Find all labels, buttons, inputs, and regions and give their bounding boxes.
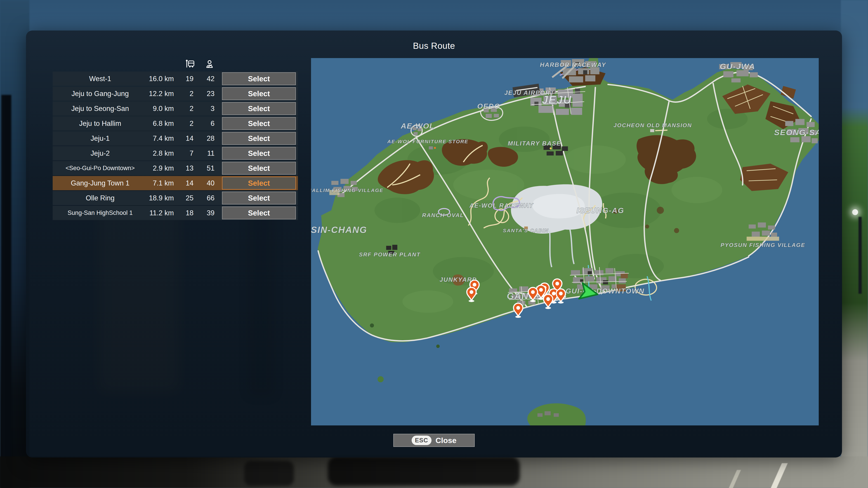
map-label: MILITARY BASE <box>508 140 561 147</box>
islet <box>370 324 374 328</box>
select-route-button[interactable]: Select <box>222 72 296 85</box>
distance: 2.9 km <box>148 164 174 172</box>
buses: 14 <box>174 134 194 142</box>
select-route-button[interactable]: Select <box>222 147 296 160</box>
name: Jeju-2 <box>53 149 148 158</box>
street-scene-right <box>841 0 868 488</box>
street-light-glow <box>852 209 858 215</box>
buses: 2 <box>174 120 194 128</box>
select-route-button[interactable]: Select <box>222 102 296 115</box>
route-row: Jeju-22.8 km711Select <box>53 146 298 160</box>
map-label: SIN-CHANG <box>311 225 367 235</box>
map-label: AE-WOL RACEWAY <box>469 202 533 209</box>
route-row: Gang-Jung Town 17.1 km1440Select <box>53 176 298 190</box>
select-route-button[interactable]: Select <box>222 132 296 145</box>
bus-route-dialog: Bus Route West-116.0 km1942SelectJeju t <box>26 31 842 457</box>
passengers: 28 <box>194 134 215 142</box>
map-label: SEONG-SAN <box>774 128 819 137</box>
select-route-button[interactable]: Select <box>222 162 296 175</box>
vehicle-silhouette <box>328 456 520 486</box>
map-label: GU-JWA <box>720 62 755 71</box>
route-map: HARBOR RACEWAYGU-JWAJEJU AIRPORTJEJUOEDO… <box>311 58 819 425</box>
map-label: PYOSUN FISHING VILLAGE <box>721 242 805 248</box>
esc-key-badge: ESC <box>412 435 432 445</box>
select-route-button[interactable]: Select <box>222 87 296 100</box>
bus-stop-icon <box>185 59 195 69</box>
select-route-button[interactable]: Select <box>222 177 296 190</box>
route-row: Jeju to Gang-Jung12.2 km223Select <box>53 87 298 101</box>
route-row: Jeju-17.4 km1428Select <box>53 131 298 145</box>
select-route-button[interactable]: Select <box>222 206 296 219</box>
crane-silhouette <box>1 95 11 488</box>
select-route-button[interactable]: Select <box>222 117 296 130</box>
name: West-1 <box>53 75 148 83</box>
distance: 7.1 km <box>148 179 174 187</box>
jeju-map: HARBOR RACEWAYGU-JWAJEJU AIRPORTJEJUOEDO… <box>311 58 819 425</box>
passengers: 42 <box>194 75 215 83</box>
map-label: HALLIM FISHING VILLAGE <box>311 188 383 193</box>
shadow-blob <box>244 461 294 486</box>
close-label: Close <box>436 436 457 445</box>
name: Olle Ring <box>53 194 148 202</box>
islet <box>377 376 383 382</box>
select-route-button[interactable]: Select <box>222 192 296 204</box>
passengers: 51 <box>194 164 215 172</box>
buses: 19 <box>174 75 194 83</box>
route-row: Jeju to Seong-San9.0 km23Select <box>53 101 298 116</box>
name: Jeju-1 <box>53 134 148 142</box>
name: Gang-Jung Town 1 <box>53 179 148 187</box>
distance: 11.2 km <box>148 209 174 217</box>
buses: 2 <box>174 90 194 98</box>
passengers: 23 <box>194 90 215 98</box>
distance: 18.9 km <box>148 194 174 202</box>
map-label: RANCH OVAL <box>422 212 464 218</box>
distance: 7.4 km <box>148 134 174 142</box>
passengers: 3 <box>194 105 215 113</box>
buses: 18 <box>174 209 194 217</box>
passengers: 6 <box>194 120 215 128</box>
passengers: 11 <box>194 149 215 158</box>
route-row: Sung-San HighSchool 111.2 km1839Select <box>53 206 298 220</box>
distance: 9.0 km <box>148 105 174 113</box>
route-row: <Seo-Gui-Po Downtown>2.9 km1351Select <box>53 161 298 175</box>
route-rows: West-116.0 km1942SelectJeju to Gang-Jung… <box>53 72 298 220</box>
map-label: OEDO <box>477 102 500 110</box>
map-label: AE-WOL <box>401 122 435 130</box>
route-row: Olle Ring18.9 km2566Select <box>53 191 298 205</box>
islet <box>436 345 440 348</box>
name: <Seo-Gui-Po Downtown> <box>53 165 148 172</box>
map-label: ISEUNG-AG <box>577 206 624 215</box>
street-pole <box>859 217 862 294</box>
buses: 25 <box>174 194 194 202</box>
route-table: West-116.0 km1942SelectJeju to Gang-Jung… <box>53 58 298 221</box>
close-button[interactable]: ESC Close <box>393 434 475 447</box>
map-label: JOCHEON OLD MANSION <box>614 122 692 128</box>
name: Jeju to Seong-San <box>53 105 148 113</box>
distance: 12.2 km <box>148 90 174 98</box>
game-screen: Bus Route West-116.0 km1942SelectJeju t <box>0 0 868 488</box>
buses: 2 <box>174 105 194 113</box>
buses: 7 <box>174 149 194 158</box>
distance: 6.8 km <box>148 120 174 128</box>
name: Jeju to Hallim <box>53 120 148 128</box>
buses: 13 <box>174 164 194 172</box>
passengers-icon <box>205 59 215 69</box>
dialog-title: Bus Route <box>26 41 842 51</box>
passengers: 40 <box>194 179 215 187</box>
route-row: Jeju to Hallim6.8 km26Select <box>53 116 298 131</box>
passengers: 66 <box>194 194 215 202</box>
map-label: JEJU <box>542 94 572 106</box>
map-label: SRF POWER PLANT <box>359 252 421 258</box>
distance: 2.8 km <box>148 149 174 158</box>
map-label: HARBOR RACEWAY <box>540 61 606 68</box>
buses: 14 <box>174 179 194 187</box>
table-header <box>53 58 298 72</box>
map-label: AE-WOL FURNITURE STORE <box>387 139 468 144</box>
map-label: SANTA'S CABIN <box>503 228 549 233</box>
name: Jeju to Gang-Jung <box>53 90 148 98</box>
passengers: 39 <box>194 209 215 217</box>
distance: 16.0 km <box>148 75 174 83</box>
name: Sung-San HighSchool 1 <box>53 209 148 217</box>
route-row: West-116.0 km1942Select <box>53 72 298 86</box>
